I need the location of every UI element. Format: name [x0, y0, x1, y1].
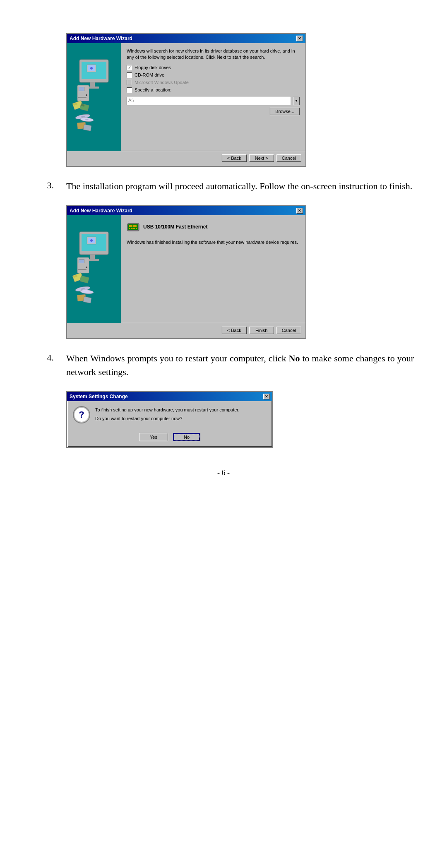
computer-illustration-2 — [71, 228, 117, 310]
checkbox-specify-box[interactable] — [127, 87, 132, 93]
step4-text-before: When Windows prompts you to restart your… — [66, 353, 289, 363]
screenshot-3: System Settings Change ✕ ? To finish set… — [66, 391, 414, 448]
location-textbox[interactable]: A:\ — [127, 97, 291, 105]
step-3: 3. The installation program will proceed… — [33, 179, 414, 193]
svg-rect-27 — [90, 255, 95, 259]
finish-button[interactable]: Finish — [249, 327, 274, 334]
svg-point-32 — [86, 267, 87, 268]
dialog1-left-panel — [67, 43, 121, 151]
dialog2-body: USB 10/100M Fast Ethernet Windows has fi… — [67, 215, 305, 323]
dialog3-title: System Settings Change — [70, 394, 128, 399]
close-button-3[interactable]: ✕ — [263, 394, 270, 399]
question-icon: ? — [74, 407, 89, 423]
svg-rect-5 — [90, 82, 95, 87]
dialog3-line1: To finish setting up your new hardware, … — [95, 407, 266, 413]
dialog3-titlebar: System Settings Change ✕ — [67, 392, 272, 401]
checkbox-group: Floppy disk drives CD-ROM drive Microsof… — [127, 65, 300, 93]
svg-rect-47 — [131, 228, 132, 229]
page-number: - 6 - — [33, 469, 414, 477]
close-button-1[interactable]: ✕ — [296, 36, 303, 41]
checkbox-winupdate: Microsoft Windows Update — [127, 80, 300, 85]
dialog-1: Add New Hardware Wizard ✕ — [66, 33, 306, 167]
checkbox-cdrom-label: CD-ROM drive — [135, 72, 164, 77]
svg-rect-11 — [78, 97, 87, 98]
step3-text: The installation program will proceed au… — [66, 179, 414, 193]
dialog2-titlebar: Add New Hardware Wizard ✕ — [67, 206, 305, 215]
dialog1-title: Add New Hardware Wizard — [70, 36, 132, 41]
checkbox-winupdate-box — [127, 80, 132, 85]
checkbox-floppy-box[interactable] — [127, 65, 132, 70]
checkbox-floppy-label: Floppy disk drives — [135, 65, 171, 70]
dialog1-right-panel: Windows will search for new drivers in i… — [121, 43, 305, 151]
dialog2-body-text: Windows has finished installing the soft… — [127, 239, 300, 245]
svg-rect-48 — [132, 228, 134, 229]
dialog3-titlebar-btns: ✕ — [263, 394, 270, 399]
checkbox-floppy[interactable]: Floppy disk drives — [127, 65, 300, 70]
svg-rect-14 — [80, 103, 89, 111]
svg-rect-44 — [129, 225, 132, 227]
svg-rect-36 — [80, 276, 89, 284]
no-button[interactable]: No — [173, 433, 200, 441]
svg-rect-46 — [129, 228, 130, 229]
svg-rect-50 — [136, 228, 137, 229]
dialog3-text: To finish setting up your new hardware, … — [95, 407, 266, 425]
dialog1-body: Windows will search for new drivers in i… — [67, 43, 305, 151]
svg-rect-9 — [79, 87, 84, 91]
yes-button[interactable]: Yes — [139, 433, 168, 441]
computer-illustration — [71, 55, 117, 138]
dialog1-titlebar: Add New Hardware Wizard ✕ — [67, 34, 305, 43]
checkbox-cdrom-box[interactable] — [127, 72, 132, 78]
back-button-1[interactable]: < Back — [222, 154, 247, 162]
step4-bold: No — [289, 353, 300, 363]
dialog2-right-panel: USB 10/100M Fast Ethernet Windows has fi… — [121, 215, 305, 323]
page-content: Add New Hardware Wizard ✕ — [33, 33, 414, 477]
network-card-icon — [127, 220, 140, 233]
svg-rect-49 — [134, 228, 135, 229]
dialog-3: System Settings Change ✕ ? To finish set… — [66, 391, 273, 448]
titlebar-buttons: ✕ — [296, 36, 303, 41]
checkbox-specify[interactable]: Specify a location: — [127, 87, 300, 93]
close-button-2[interactable]: ✕ — [296, 208, 303, 214]
cancel-button-2[interactable]: Cancel — [276, 327, 301, 334]
svg-rect-33 — [78, 269, 87, 270]
back-button-2[interactable]: < Back — [222, 327, 247, 334]
step-4: 4. When Windows prompts you to restart y… — [33, 351, 414, 379]
step3-number: 3. — [33, 179, 54, 191]
checkbox-cdrom[interactable]: CD-ROM drive — [127, 72, 300, 78]
dialog3-line2: Do you want to restart your computer now… — [95, 416, 266, 422]
dialog2-btn-row: < Back Finish Cancel — [67, 323, 305, 338]
hw-icon-row: USB 10/100M Fast Ethernet — [127, 220, 300, 233]
dialog2-title: Add New Hardware Wizard — [70, 208, 132, 214]
next-button-1[interactable]: Next > — [249, 154, 274, 162]
browse-row: Browse... — [127, 108, 300, 115]
svg-point-39 — [80, 289, 94, 294]
dialog-2: Add New Hardware Wizard ✕ — [66, 205, 306, 339]
dropdown-arrow[interactable]: ▼ — [293, 97, 300, 105]
dialog2-titlebar-btns: ✕ — [296, 208, 303, 214]
browse-button[interactable]: Browse... — [270, 108, 300, 115]
cancel-button-1[interactable]: Cancel — [276, 154, 301, 162]
checkbox-specify-label: Specify a location: — [135, 87, 171, 92]
screenshot-1: Add New Hardware Wizard ✕ — [66, 33, 414, 167]
dialog1-btn-row: < Back Next > Cancel — [67, 151, 305, 166]
screenshot-2: Add New Hardware Wizard ✕ — [66, 205, 414, 339]
hw-name-label: USB 10/100M Fast Ethernet — [143, 224, 207, 230]
svg-rect-31 — [79, 260, 84, 263]
location-placeholder: A:\ — [128, 98, 134, 103]
svg-rect-41 — [83, 297, 91, 303]
step4-text: When Windows prompts you to restart your… — [66, 351, 414, 379]
dialog2-left-panel — [67, 215, 121, 323]
dialog3-btn-row: Yes No — [67, 430, 272, 447]
checkbox-winupdate-label: Microsoft Windows Update — [135, 80, 189, 85]
svg-point-4 — [90, 67, 93, 70]
svg-point-26 — [90, 239, 93, 242]
step4-number: 4. — [33, 351, 54, 363]
svg-rect-21 — [83, 125, 91, 131]
dialog1-body-text: Windows will search for new drivers in i… — [127, 48, 300, 61]
svg-point-10 — [86, 94, 87, 96]
svg-rect-45 — [133, 225, 137, 227]
dialog3-body: ? To finish setting up your new hardware… — [67, 401, 272, 430]
location-input-row: A:\ ▼ — [127, 97, 300, 105]
